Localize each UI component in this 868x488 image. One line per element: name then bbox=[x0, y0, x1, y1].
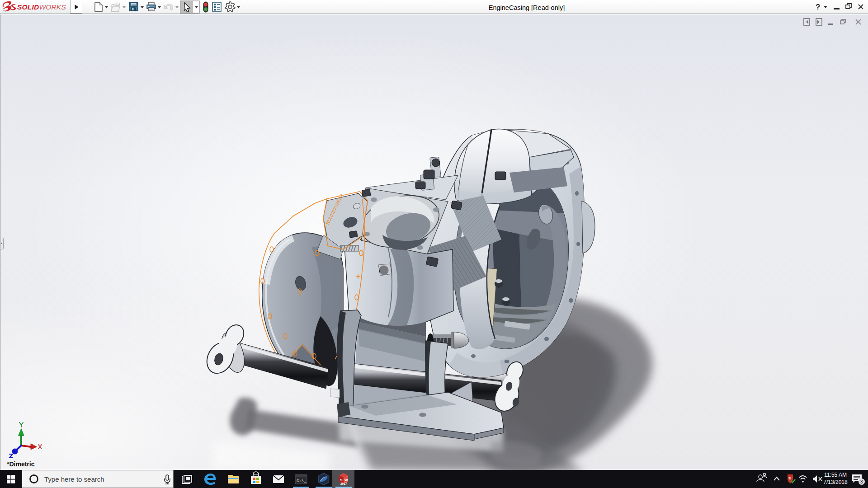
svg-text:?: ? bbox=[816, 3, 820, 11]
svg-text:3: 3 bbox=[860, 479, 863, 484]
svg-text:W: W bbox=[344, 478, 348, 482]
svg-text:S: S bbox=[788, 476, 791, 480]
svg-text:SOLIDWORKS: SOLIDWORKS bbox=[17, 3, 66, 11]
svg-text:C:\_: C:\_ bbox=[297, 479, 307, 483]
svg-text:S: S bbox=[340, 478, 343, 482]
svg-text:2017: 2017 bbox=[340, 482, 347, 485]
